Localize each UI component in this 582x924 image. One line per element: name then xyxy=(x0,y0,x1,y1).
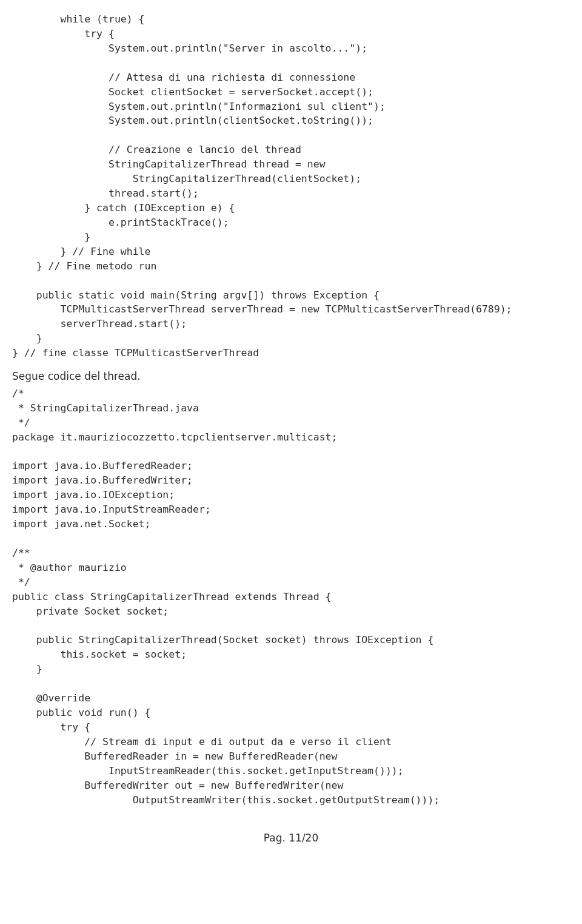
code-block-2: /* * StringCapitalizerThread.java */ pac… xyxy=(12,386,570,808)
page-footer: Pag. 11/20 xyxy=(12,831,570,846)
prose-segue-codice: Segue codice del thread. xyxy=(12,369,570,384)
code-block-1: while (true) { try { System.out.println(… xyxy=(12,12,570,360)
